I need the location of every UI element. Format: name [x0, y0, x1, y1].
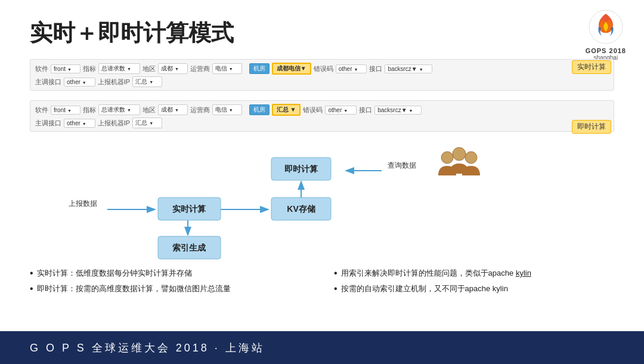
fb-label-metric-1: 指标 [83, 64, 96, 73]
bullet-right-1: • 用索引来解决即时计算的性能问题，类似于apache kylin [334, 267, 614, 279]
fb-label-isp-1: 运营商 [190, 64, 210, 73]
main-content: GOPS 2018 shanghai 实时＋即时计算模式 软件 front 指标… [0, 0, 644, 331]
fb-select-idc-highlighted-2[interactable]: 汇总 ▼ [272, 104, 301, 116]
svg-text:索引生成: 索引生成 [172, 243, 206, 252]
bullet-text-left-2: 即时计算：按需的高维度数据计算，譬如微信图片总流量 [37, 283, 231, 295]
bullet-text-right-2: 按需的自动索引建立机制，又不同于apache kylin [341, 283, 508, 295]
bullet-right-2: • 按需的自动索引建立机制，又不同于apache kylin [334, 283, 614, 295]
filter-row-1-2: 主调接口 other 上报机器IP 汇总 [35, 76, 609, 87]
fb-select-isp-2[interactable]: 电信 [212, 104, 242, 115]
fb-select-errcode-1[interactable]: other [336, 64, 367, 73]
filter-bar-container-2: 软件 front 指标 总请求数 地区 成都 运营商 电信 机房 汇总 ▼ 错误… [30, 100, 614, 132]
filter-bar-container-1: 软件 front 指标 总请求数 地区 成都 运营商 电信 机房 成都电信▼ 错… [30, 59, 614, 91]
fb-label-interface-1: 接口 [369, 64, 382, 73]
svg-point-19 [465, 152, 477, 164]
fb-label-main-interface-2: 主调接口 [35, 119, 61, 128]
svg-text:即时计算: 即时计算 [284, 164, 318, 174]
fb-select-interface-2[interactable]: backsrcz▼ [374, 106, 422, 115]
gops-logo: GOPS 2018 shanghai [586, 9, 626, 61]
fb-select-interface-1[interactable]: backsrcz▼ [385, 64, 432, 73]
filter-row-2-2: 主调接口 other 上报机器IP 汇总 [35, 118, 609, 128]
filter-row-1-1: 软件 front 指标 总请求数 地区 成都 运营商 电信 机房 成都电信▼ 错… [35, 63, 609, 75]
filter-bar-1: 软件 front 指标 总请求数 地区 成都 运营商 电信 机房 成都电信▼ 错… [30, 59, 614, 91]
fb-label-software-1: 软件 [35, 64, 48, 73]
filter-row-2-1: 软件 front 指标 总请求数 地区 成都 运营商 电信 机房 汇总 ▼ 错误… [35, 104, 609, 116]
fb-label-region-1: 地区 [143, 64, 156, 73]
kylin-link-1: kylin [516, 269, 531, 277]
bullet-dot-3: • [334, 267, 338, 279]
footer-text: G O P S 全球运维大会 2018 · 上海站 [30, 341, 265, 355]
page-title: 实时＋即时计算模式 [30, 18, 614, 48]
bullets-right: • 用索引来解决即时计算的性能问题，类似于apache kylin • 按需的自… [334, 267, 614, 298]
fb-select-errcode-2[interactable]: other [325, 106, 357, 115]
bullet-text-left-1: 实时计算：低维度数据每分钟实时计算并存储 [37, 267, 192, 279]
bullet-dot-2: • [30, 283, 33, 294]
bullets-left: • 实时计算：低维度数据每分钟实时计算并存储 • 即时计算：按需的高维度数据计算… [30, 267, 310, 298]
fb-select-region-1[interactable]: 成都 [158, 63, 188, 74]
gops-logo-text: GOPS 2018 [586, 47, 626, 54]
fb-select-front-1[interactable]: front [51, 64, 80, 73]
fb-tab-idc[interactable]: 机房 [249, 63, 270, 74]
fb-select-metric-1[interactable]: 总请求数 [98, 63, 140, 74]
fb-select-isp-1[interactable]: 电信 [212, 63, 242, 74]
gops-logo-circle [588, 9, 624, 45]
fb-select-main-interface-2[interactable]: other [64, 119, 95, 128]
filter-bar-2: 软件 front 指标 总请求数 地区 成都 运营商 电信 机房 汇总 ▼ 错误… [30, 100, 614, 132]
svg-text:实时计算: 实时计算 [172, 204, 206, 214]
bullet-text-right-1: 用索引来解决即时计算的性能问题，类似于apache kylin [341, 267, 531, 279]
diagram-svg: 实时计算 KV存储 即时计算 索引生成 上报数据 查询数据 [30, 141, 614, 260]
footer: G O P S 全球运维大会 2018 · 上海站 [0, 331, 644, 364]
fb-label-main-interface-1: 主调接口 [35, 78, 61, 87]
svg-text:查询数据: 查询数据 [388, 161, 416, 169]
bullet-dot-1: • [30, 267, 33, 279]
svg-point-17 [441, 152, 453, 164]
fb-select-machine-ip-1[interactable]: 汇总 [132, 76, 162, 87]
fb-select-region-2[interactable]: 成都 [158, 104, 188, 115]
fb-label-machine-ip-1: 上报机器IP [98, 78, 130, 87]
fb-select-front-2[interactable]: front [51, 106, 80, 115]
callout-instant: 即时计算 [572, 120, 611, 134]
fb-select-metric-2[interactable]: 总请求数 [98, 104, 140, 115]
fb-label-software-2: 软件 [35, 106, 48, 115]
bullet-left-1: • 实时计算：低维度数据每分钟实时计算并存储 [30, 267, 310, 279]
fb-label-errcode-2: 错误码 [303, 106, 323, 115]
svg-text:上报数据: 上报数据 [69, 199, 97, 208]
fb-label-region-2: 地区 [143, 106, 156, 115]
fb-label-interface-2: 接口 [359, 106, 372, 115]
bullets-section: • 实时计算：低维度数据每分钟实时计算并存储 • 即时计算：按需的高维度数据计算… [30, 267, 614, 298]
fb-label-metric-2: 指标 [83, 106, 96, 115]
fb-select-machine-ip-2[interactable]: 汇总 [132, 118, 162, 128]
bullet-dot-4: • [334, 283, 338, 294]
fb-label-isp-2: 运营商 [190, 106, 210, 115]
svg-point-18 [453, 147, 466, 161]
filter-bars-wrapper: 软件 front 指标 总请求数 地区 成都 运营商 电信 机房 成都电信▼ 错… [30, 59, 614, 132]
fb-label-machine-ip-2: 上报机器IP [98, 119, 130, 128]
callout-realtime: 实时计算 [572, 60, 611, 74]
bullet-left-2: • 即时计算：按需的高维度数据计算，譬如微信图片总流量 [30, 283, 310, 295]
diagram-area: 实时计算 KV存储 即时计算 索引生成 上报数据 查询数据 [30, 141, 614, 260]
fb-tab-idc-2[interactable]: 机房 [249, 104, 270, 115]
fb-label-errcode-1: 错误码 [314, 64, 333, 73]
svg-text:KV存储: KV存储 [287, 204, 315, 214]
fb-select-idc-highlighted-1[interactable]: 成都电信▼ [272, 63, 311, 75]
fb-select-main-interface-1[interactable]: other [64, 78, 95, 87]
